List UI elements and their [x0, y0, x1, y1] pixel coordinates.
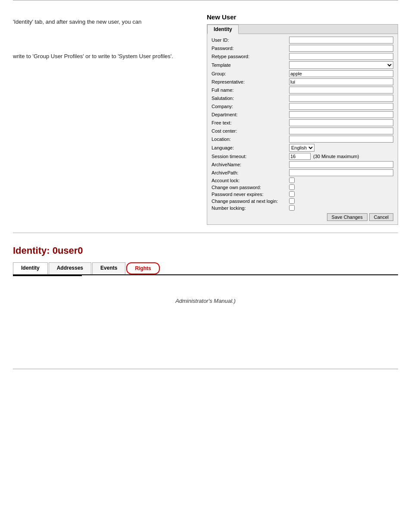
label-number-locking: Number locking:: [212, 205, 289, 211]
input-group[interactable]: [289, 70, 393, 77]
label-cost-center: Cost center:: [212, 128, 289, 134]
input-representative[interactable]: [289, 78, 393, 85]
label-change-own-password: Change own password:: [212, 185, 289, 190]
row-representative: Representative:: [212, 78, 393, 85]
identity-title: Identity: 0user0: [13, 245, 398, 256]
bottom-rule: [13, 369, 398, 369]
row-department: Department:: [212, 111, 393, 118]
row-number-locking: Number locking:: [212, 205, 393, 211]
tab-rights-label: Rights: [135, 265, 151, 271]
paragraph-2: write to 'Group User Profiles' or to wri…: [13, 52, 198, 61]
session-timeout-note: (30 Minute maximum): [313, 154, 359, 159]
input-user-id[interactable]: [289, 37, 393, 44]
input-salutation[interactable]: [289, 95, 393, 102]
input-archive-path[interactable]: [289, 169, 393, 176]
tab-addresses[interactable]: Addresses: [49, 262, 91, 274]
tab-identity[interactable]: Identity: [207, 25, 239, 34]
identity-tabs: Identity Addresses Events Rights: [13, 262, 398, 275]
spacer: [0, 313, 411, 364]
checkbox-change-password-next[interactable]: [289, 198, 295, 204]
label-account-lock: Account lock:: [212, 178, 289, 183]
row-archive-path: ArchivePath:: [212, 169, 393, 176]
footer-text: Administrator's Manual.): [0, 298, 411, 313]
label-representative: Representative:: [212, 79, 289, 84]
checkbox-password-never-expires[interactable]: [289, 191, 295, 197]
select-language[interactable]: English: [289, 144, 314, 152]
session-row: (30 Minute maximum): [289, 153, 359, 160]
new-user-title: New User: [207, 13, 398, 21]
tab-rights[interactable]: Rights: [126, 262, 159, 274]
label-salutation: Salutation:: [212, 96, 289, 101]
label-full-name: Full name:: [212, 87, 289, 93]
tab-underline: [13, 275, 82, 276]
paragraph-1: 'Identity' tab, and after saving the new…: [13, 18, 198, 26]
label-change-password-next: Change password at next login:: [212, 199, 289, 204]
row-user-id: User ID:: [212, 37, 393, 44]
checkbox-account-lock[interactable]: [289, 177, 295, 183]
row-salutation: Salutation:: [212, 95, 393, 102]
input-cost-center[interactable]: [289, 128, 393, 134]
label-company: Company:: [212, 104, 289, 109]
label-archive-path: ArchivePath:: [212, 170, 289, 175]
select-template[interactable]: [289, 61, 393, 69]
row-template: Template: [212, 61, 393, 69]
button-row: Save Changes Cancel: [212, 213, 393, 221]
tab-addresses-label: Addresses: [57, 265, 83, 271]
tab-identity-label: Identity: [21, 265, 40, 271]
row-group: Group:: [212, 70, 393, 77]
label-retype-password: Retype password:: [212, 54, 289, 59]
input-retype-password[interactable]: [289, 53, 393, 60]
row-password-never-expires: Password never expires:: [212, 191, 393, 197]
checkbox-number-locking[interactable]: [289, 205, 295, 211]
row-retype-password: Retype password:: [212, 53, 393, 60]
row-change-own-password: Change own password:: [212, 184, 393, 190]
input-archive-name[interactable]: [289, 161, 393, 168]
label-language: Language:: [212, 145, 289, 150]
left-text-column: 'Identity' tab, and after saving the new…: [13, 13, 198, 225]
label-session-timeout: Session timeout:: [212, 154, 289, 159]
row-archive-name: ArchiveName:: [212, 161, 393, 168]
row-free-text: Free text:: [212, 119, 393, 126]
form-body: User ID: Password: Retype password: Temp…: [207, 34, 398, 224]
row-language: Language: English: [212, 144, 393, 152]
tab-events[interactable]: Events: [92, 262, 125, 274]
input-full-name[interactable]: [289, 87, 393, 93]
row-cost-center: Cost center:: [212, 128, 393, 134]
form-window: Identity User ID: Password: Retype passw…: [207, 24, 398, 225]
divider-line: [13, 233, 398, 233]
row-change-password-next: Change password at next login:: [212, 198, 393, 204]
label-password-never-expires: Password never expires:: [212, 192, 289, 197]
row-full-name: Full name:: [212, 87, 393, 93]
tab-events-label: Events: [100, 265, 117, 271]
row-location: Location:: [212, 136, 393, 143]
row-company: Company:: [212, 103, 393, 110]
input-department[interactable]: [289, 111, 393, 118]
label-password: Password:: [212, 46, 289, 51]
label-group: Group:: [212, 71, 289, 76]
label-user-id: User ID:: [212, 37, 289, 43]
page-wrapper: 'Identity' tab, and after saving the new…: [0, 0, 411, 532]
input-session-timeout[interactable]: [289, 153, 311, 160]
input-password[interactable]: [289, 45, 393, 52]
tab-bar: Identity: [207, 25, 398, 34]
tab-identity[interactable]: Identity: [13, 262, 48, 274]
label-department: Department:: [212, 112, 289, 117]
new-user-panel: New User Identity User ID: Password:: [207, 13, 398, 225]
row-session-timeout: Session timeout: (30 Minute maximum): [212, 153, 393, 160]
label-free-text: Free text:: [212, 120, 289, 125]
cancel-button[interactable]: Cancel: [369, 213, 393, 221]
identity-section: Identity: 0user0 Identity Addresses Even…: [0, 241, 411, 285]
label-template: Template: [212, 62, 289, 68]
input-company[interactable]: [289, 103, 393, 110]
input-free-text[interactable]: [289, 119, 393, 126]
row-account-lock: Account lock:: [212, 177, 393, 183]
row-password: Password:: [212, 45, 393, 52]
main-content: 'Identity' tab, and after saving the new…: [0, 0, 411, 225]
label-archive-name: ArchiveName:: [212, 162, 289, 167]
footer-text-content: Administrator's Manual.): [175, 298, 236, 304]
label-location: Location:: [212, 137, 289, 142]
input-location[interactable]: [289, 136, 393, 143]
save-changes-button[interactable]: Save Changes: [327, 213, 367, 221]
checkbox-change-own-password[interactable]: [289, 184, 295, 190]
